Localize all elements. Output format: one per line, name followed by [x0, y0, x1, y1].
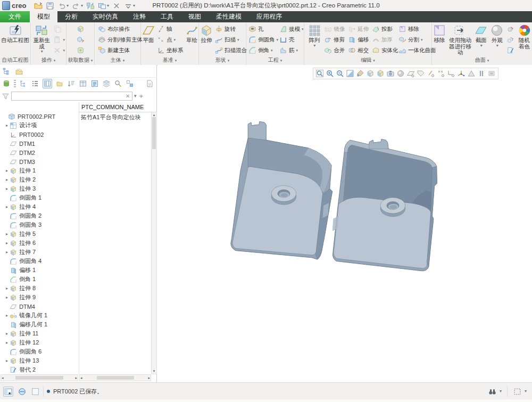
tree-item[interactable]: 偏移几何 1 — [0, 320, 79, 329]
tree-item[interactable]: ▸拉伸 11 — [0, 329, 79, 338]
group-label-datum[interactable]: 基准 — [141, 56, 198, 64]
tree-item[interactable]: PRT0002 — [0, 130, 79, 139]
tree-item[interactable]: 倒圆角 3 — [0, 220, 79, 229]
group-label-operations[interactable]: 操作 — [31, 56, 66, 64]
tree-item[interactable]: 替代 2 — [0, 365, 79, 374]
tab-分析[interactable]: 分析 — [57, 11, 85, 22]
tree-item[interactable]: DTM2 — [0, 148, 79, 157]
mirror-button[interactable]: 镜像 — [323, 24, 347, 34]
split-trim-body-button[interactable]: 分割/修剪主体 — [97, 35, 144, 45]
graphics-area[interactable] — [157, 65, 532, 382]
show-columns-icon[interactable] — [43, 79, 52, 88]
tree-item[interactable]: DTM3 — [0, 157, 79, 166]
layers-icon[interactable] — [102, 79, 111, 88]
random-color-button[interactable]: 随机着色 — [517, 23, 532, 50]
csys-button[interactable]: 坐标系 — [156, 45, 185, 55]
udf-button[interactable] — [76, 24, 86, 34]
round-button[interactable]: 倒圆角 — [247, 35, 278, 45]
tree-settings-icon[interactable] — [90, 79, 99, 88]
regenerate-button[interactable]: 重新生成 ▾ — [31, 23, 52, 54]
tree-item[interactable]: 倒圆角 2 — [0, 211, 79, 220]
paste-button[interactable] — [52, 35, 66, 45]
tree-horizontal-scrollbar[interactable]: ◂▸ — [1, 374, 78, 381]
sweep-button[interactable]: 扫描 — [214, 35, 248, 45]
folder-browser-icon[interactable] — [15, 67, 23, 76]
expand-arrow-icon[interactable]: ▸ — [4, 295, 10, 300]
list-view-icon[interactable] — [31, 79, 39, 88]
shrinkwrap-button[interactable] — [76, 45, 86, 55]
expand-arrow-icon[interactable]: ▸ — [4, 232, 10, 236]
tree-item[interactable]: ▸拉伸 7 — [0, 248, 79, 257]
hole-button[interactable]: 孔 — [247, 24, 278, 34]
folder-tree-icon[interactable] — [55, 79, 64, 88]
find-icon[interactable] — [488, 387, 497, 396]
tree-item[interactable]: ▸拉伸 9 — [0, 293, 79, 302]
group-label-editing[interactable]: 编辑 — [304, 56, 431, 64]
expand-arrow-icon[interactable]: ▸ — [4, 204, 10, 209]
merge-button[interactable]: 合并 — [323, 45, 347, 55]
expand-arrow-icon[interactable]: ▸ — [4, 286, 10, 291]
split-button[interactable]: 分割 — [397, 35, 431, 45]
clear-filter-icon[interactable]: ✕ — [126, 93, 132, 99]
expand-arrow-icon[interactable]: ▸ — [4, 250, 10, 255]
point-button[interactable]: 点 — [156, 35, 185, 45]
sketch-button[interactable]: 草绘 — [185, 23, 200, 44]
detail-doc-icon[interactable] — [145, 79, 154, 88]
plane-button[interactable]: 平面 — [141, 23, 156, 44]
tree-item[interactable]: DTM1 — [0, 139, 79, 148]
rib-button[interactable]: 筋 — [278, 45, 305, 55]
selection-filter-icon[interactable] — [513, 387, 522, 396]
texture-button[interactable] — [505, 45, 516, 55]
extrude-button[interactable]: 拉伸 — [199, 23, 214, 44]
primitives-icon[interactable] — [2, 79, 11, 88]
model-tree-icon[interactable] — [2, 67, 11, 76]
remove-surface-button[interactable]: 移除 — [432, 23, 447, 44]
group-label-get-data[interactable]: 获取数据 — [66, 56, 94, 64]
tree-item[interactable]: ▸拉伸 12 — [0, 338, 79, 347]
new-body-button[interactable]: 新建主体 — [97, 45, 144, 55]
tree-item[interactable]: ▸拉伸 1 — [0, 166, 79, 175]
tab-文件[interactable]: 文件 — [0, 11, 30, 22]
group-label-body[interactable]: 主体 — [95, 56, 140, 64]
tree-item[interactable]: 倒角 1 — [0, 275, 79, 284]
extend-button[interactable]: 延伸 — [347, 24, 371, 34]
quilt-button[interactable]: 一体化曲面 — [397, 45, 431, 55]
expand-arrow-icon[interactable]: ▸ — [4, 241, 10, 245]
project-button[interactable]: 投影 — [371, 24, 397, 34]
tree-item[interactable]: ▸拉伸 8 — [0, 284, 79, 293]
tab-应用程序[interactable]: 应用程序 — [249, 11, 289, 22]
blank-page-icon[interactable] — [31, 387, 40, 396]
tree-item[interactable]: ▸拉伸 13 — [0, 356, 79, 365]
filter-dropdown-icon[interactable]: ▾ — [134, 94, 137, 99]
revolve-button[interactable]: 旋转 — [214, 24, 248, 34]
expand-arrow-icon[interactable]: ▸ — [4, 358, 10, 363]
draft-button[interactable]: 拔模 — [278, 24, 305, 34]
shell-button[interactable]: 壳 — [278, 35, 305, 45]
tree-item[interactable]: ▸拉伸 6 — [0, 239, 79, 248]
tab-模型[interactable]: 模型 — [30, 11, 57, 22]
tree-column-header[interactable]: PTC_COMMON_NAME — [79, 102, 151, 112]
trim-button[interactable]: 修剪 — [323, 35, 347, 45]
expand-arrow-icon[interactable]: ▸ — [4, 177, 10, 182]
tree-item[interactable]: ▸拉伸 5 — [0, 229, 79, 239]
expand-arrow-icon[interactable]: ▸ — [4, 313, 10, 318]
appearance-copy-button[interactable] — [505, 35, 516, 45]
offset-button[interactable]: 偏移 — [347, 35, 371, 45]
section-button[interactable]: 截面 ▾ — [473, 23, 488, 48]
tree-item[interactable]: 倒圆角 4 — [0, 257, 79, 266]
tree-filter-input[interactable] — [11, 92, 132, 101]
tree-item[interactable]: 倒圆角 6 — [0, 347, 79, 356]
browser-icon[interactable] — [18, 387, 27, 396]
tree-view-icon[interactable] — [19, 79, 28, 88]
group-items-icon[interactable] — [126, 79, 134, 88]
sweep-blend-button[interactable]: 扫描混合 — [214, 45, 248, 55]
add-filter-icon[interactable]: + — [139, 92, 144, 100]
tab-视图[interactable]: 视图 — [181, 11, 209, 22]
expand-arrow-icon[interactable]: ▸ — [4, 340, 10, 345]
tab-注释[interactable]: 注释 — [126, 11, 153, 22]
model-canvas[interactable] — [157, 65, 532, 382]
sort-filter-icon[interactable] — [67, 79, 76, 88]
tab-实时仿真[interactable]: 实时仿真 — [85, 11, 126, 22]
group-label-surface[interactable]: 曲面 — [432, 56, 532, 64]
columns-icon[interactable] — [79, 79, 87, 88]
